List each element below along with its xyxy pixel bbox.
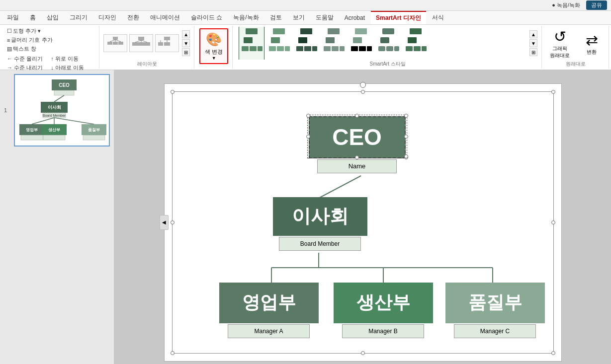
promote-button[interactable]: ← 수준 올리기 [5, 55, 45, 63]
layout-scroll-down[interactable]: ▼ [182, 39, 190, 47]
sales-title: 영업부 [242, 291, 296, 315]
tab-help[interactable]: 도움말 [311, 11, 339, 24]
group-label-smartart-styles: SmartArt 스타일 [237, 60, 538, 68]
svg-rect-10 [144, 42, 150, 46]
svg-rect-31 [296, 46, 303, 51]
svg-rect-33 [312, 46, 317, 51]
svg-rect-70 [43, 135, 65, 140]
tab-animations[interactable]: 애니메이션 [145, 11, 185, 24]
svg-rect-23 [258, 46, 262, 51]
board-box[interactable]: 이사회 Board Member [273, 197, 367, 251]
svg-rect-49 [410, 28, 422, 34]
ceo-subtitle: Name [349, 162, 366, 170]
ceo-subtitle-box: Name [317, 159, 397, 173]
tab-record[interactable]: 녹음/녹화 [228, 11, 263, 24]
smartart-style-7[interactable] [403, 27, 429, 60]
smartart-style-1[interactable] [239, 27, 264, 60]
tab-design[interactable]: 디자인 [93, 11, 121, 24]
quality-box[interactable]: 품질부 Manager C [445, 283, 545, 338]
svg-line-6 [115, 40, 121, 42]
sales-box[interactable]: 영업부 Manager A [219, 283, 319, 338]
layout-thumb-1[interactable] [103, 34, 127, 52]
svg-rect-36 [324, 46, 331, 51]
handle-tm[interactable] [361, 90, 365, 94]
record-button[interactable]: ● 녹음/녹화 [550, 1, 582, 9]
tab-review[interactable]: 검토 [265, 11, 287, 24]
svg-rect-14 [164, 37, 170, 40]
prod-box[interactable]: 생산부 Manager B [334, 283, 433, 338]
smartart-style-3[interactable] [293, 27, 319, 60]
svg-rect-43 [367, 46, 372, 51]
svg-rect-22 [250, 46, 257, 51]
handle-bm[interactable] [361, 351, 365, 355]
prod-title-box: 생산부 [334, 283, 433, 323]
handle-tr[interactable] [551, 90, 555, 94]
handle-ml[interactable] [171, 220, 175, 224]
group-graphic-create: ☐ 도형 추가 ▾ ≡ 글머리 기호 추가 ▤ 텍스트 창 ← 수준 올리기 →… [2, 26, 99, 69]
handle-bl[interactable] [171, 351, 175, 355]
tab-view[interactable]: 보기 [288, 11, 310, 24]
reset-graphic-button[interactable]: ↺ 그래픽원래대로 [546, 28, 574, 59]
smartart-style-6[interactable] [375, 27, 401, 60]
move-up-button[interactable]: ↑ 위로 이동 [49, 55, 86, 63]
svg-rect-2 [113, 42, 118, 45]
layout-thumb-3[interactable] [155, 34, 179, 52]
layout-scroll-more[interactable]: ⊞ [182, 48, 190, 56]
rotation-handle[interactable] [360, 82, 366, 88]
tab-insert[interactable]: 삽입 [42, 11, 64, 24]
handle-br[interactable] [551, 351, 555, 355]
board-subtitle: Board Member [300, 240, 340, 247]
slide-canvas[interactable]: CEO Name [164, 83, 562, 362]
layout-thumb-2[interactable] [129, 34, 153, 52]
collapse-panel-button[interactable]: ◀ [160, 215, 169, 230]
svg-rect-51 [406, 46, 413, 51]
style-scroll-more[interactable]: ⊞ [529, 48, 537, 56]
tab-home[interactable]: 홈 [25, 11, 41, 24]
canvas-area: CEO Name [114, 70, 611, 364]
tab-smartart[interactable]: SmartArt 디자인 [371, 11, 426, 24]
svg-rect-38 [340, 46, 345, 51]
smartart-style-list [237, 27, 527, 60]
convert-button[interactable]: ⇄ 변환 [578, 31, 606, 56]
handle-tl[interactable] [171, 90, 175, 94]
group-color-change: 🎨 색 변경 ▼ [195, 26, 233, 69]
ceo-box[interactable]: CEO Name [309, 116, 406, 173]
add-shape-button[interactable]: ☐ 도형 추가 ▾ [5, 27, 43, 35]
share-button[interactable]: 공유 [586, 0, 607, 10]
svg-rect-40 [353, 37, 362, 43]
smartart-style-scroll[interactable]: ▲ ▼ ⊞ [528, 29, 538, 57]
svg-text:품질부: 품질부 [88, 128, 100, 132]
style-scroll-up[interactable]: ▲ [529, 30, 537, 38]
handle-mr[interactable] [551, 220, 555, 224]
smartart-style-2[interactable] [266, 27, 292, 60]
svg-rect-37 [332, 46, 339, 51]
slide-thumbnail[interactable]: CEO 이사회 Board Member 영업부 [14, 74, 110, 146]
prod-subtitle: Manager B [368, 328, 398, 335]
layout-scroll[interactable]: ▲ ▼ ⊞ [181, 29, 191, 57]
ribbon-content: ☐ 도형 추가 ▾ ≡ 글머리 기호 추가 ▤ 텍스트 창 ← 수준 올리기 →… [0, 25, 611, 70]
tab-draw[interactable]: 그리기 [65, 11, 92, 24]
ceo-sub-handle-r[interactable] [404, 154, 408, 158]
svg-rect-27 [277, 46, 284, 51]
smartart-style-4[interactable] [321, 27, 347, 60]
tab-acrobat[interactable]: Acrobat [340, 11, 370, 24]
style-scroll-down[interactable]: ▼ [529, 39, 537, 47]
svg-rect-53 [422, 46, 427, 51]
svg-rect-26 [269, 46, 276, 51]
tab-format[interactable]: 서식 [427, 11, 449, 24]
svg-rect-48 [394, 46, 399, 51]
add-bullet-button[interactable]: ≡ 글머리 기호 추가 [5, 36, 55, 44]
color-change-button[interactable]: 🎨 색 변경 ▼ [199, 28, 228, 64]
svg-rect-1 [107, 42, 112, 45]
tab-file[interactable]: 파일 [2, 11, 24, 24]
group-label-layout: 레이아웃 [103, 60, 191, 68]
layout-scroll-up[interactable]: ▲ [182, 30, 190, 38]
text-pane-button[interactable]: ▤ 텍스트 창 [5, 45, 38, 53]
svg-rect-52 [414, 46, 421, 51]
smartart-style-5[interactable] [348, 27, 374, 60]
svg-text:영업부: 영업부 [26, 128, 38, 132]
svg-rect-44 [382, 28, 394, 34]
svg-rect-67 [21, 135, 43, 140]
tab-slideshow[interactable]: 슬라이드 쇼 [186, 11, 227, 24]
tab-transitions[interactable]: 전환 [122, 11, 144, 24]
